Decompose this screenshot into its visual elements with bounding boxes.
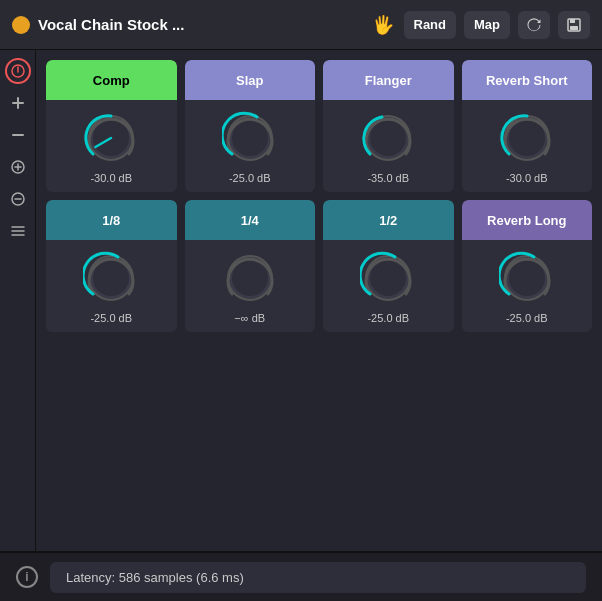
cell-header-flanger: Flanger xyxy=(323,60,454,100)
svg-rect-1 xyxy=(570,19,575,23)
cell-header-one-eighth: 1/8 xyxy=(46,200,177,240)
cell-comp: Comp -30.0 dB xyxy=(46,60,177,192)
power-button[interactable] xyxy=(5,58,31,84)
cell-body-slap: -25.0 dB xyxy=(185,100,316,192)
cell-body-one-eighth: -25.0 dB xyxy=(46,240,177,332)
knob-reverb-short-svg xyxy=(499,110,555,166)
knob-one-half-svg xyxy=(360,250,416,306)
cell-one-half: 1/2 -25.0 dB xyxy=(323,200,454,332)
db-label-reverb-long: -25.0 dB xyxy=(506,312,548,324)
refresh-button[interactable] xyxy=(518,11,550,39)
main-content: Comp -30.0 dB xyxy=(0,50,602,551)
power-icon xyxy=(10,63,26,79)
db-label-one-eighth: -25.0 dB xyxy=(90,312,132,324)
db-label-reverb-short: -30.0 dB xyxy=(506,172,548,184)
cell-body-flanger: -35.0 dB xyxy=(323,100,454,192)
cell-body-reverb-short: -30.0 dB xyxy=(462,100,593,192)
cell-header-one-half: 1/2 xyxy=(323,200,454,240)
minus-icon xyxy=(11,128,25,142)
cell-header-reverb-short: Reverb Short xyxy=(462,60,593,100)
knob-flanger[interactable] xyxy=(360,110,416,166)
cell-reverb-long: Reverb Long -25.0 dB xyxy=(462,200,593,332)
knob-comp-svg xyxy=(83,110,139,166)
list-icon xyxy=(10,224,26,238)
plus-circle-icon xyxy=(10,159,26,175)
cell-header-comp: Comp xyxy=(46,60,177,100)
knob-one-quarter[interactable] xyxy=(222,250,278,306)
svg-point-13 xyxy=(509,120,545,156)
db-label-flanger: -35.0 dB xyxy=(367,172,409,184)
knob-reverb-long-svg xyxy=(499,250,555,306)
knob-slap[interactable] xyxy=(222,110,278,166)
rand-button[interactable]: Rand xyxy=(404,11,457,39)
svg-rect-2 xyxy=(570,26,578,30)
info-button[interactable]: i xyxy=(16,566,38,588)
save-button[interactable] xyxy=(558,11,590,39)
knob-one-eighth-svg xyxy=(83,250,139,306)
cell-body-comp: -30.0 dB xyxy=(46,100,177,192)
db-label-one-half: -25.0 dB xyxy=(367,312,409,324)
list-button[interactable] xyxy=(5,218,31,244)
cell-header-one-quarter: 1/4 xyxy=(185,200,316,240)
cell-slap: Slap -25.0 dB xyxy=(185,60,316,192)
grid-area: Comp -30.0 dB xyxy=(36,50,602,551)
add-circle-button[interactable] xyxy=(5,154,31,180)
add-button[interactable] xyxy=(5,90,31,116)
knob-flanger-svg xyxy=(360,110,416,166)
save-icon xyxy=(566,17,582,33)
knob-one-quarter-svg xyxy=(222,250,278,306)
cell-body-reverb-long: -25.0 dB xyxy=(462,240,593,332)
grid-row-1: Comp -30.0 dB xyxy=(46,60,592,192)
svg-point-17 xyxy=(232,260,268,296)
cell-header-reverb-long: Reverb Long xyxy=(462,200,593,240)
app-container: Vocal Chain Stock ... 🖐 Rand Map xyxy=(0,0,602,601)
svg-point-19 xyxy=(370,260,406,296)
status-bar: i Latency: 586 samples (6.6 ms) xyxy=(0,551,602,601)
minus-circle-icon xyxy=(10,191,26,207)
preset-title: Vocal Chain Stock ... xyxy=(38,16,364,33)
knob-one-eighth[interactable] xyxy=(83,250,139,306)
title-bar: Vocal Chain Stock ... 🖐 Rand Map xyxy=(0,0,602,50)
hand-icon: 🖐 xyxy=(372,14,394,36)
knob-slap-svg xyxy=(222,110,278,166)
grid-row-2: 1/8 -25.0 dB xyxy=(46,200,592,332)
latency-display: Latency: 586 samples (6.6 ms) xyxy=(50,562,586,593)
svg-point-11 xyxy=(370,120,406,156)
cell-body-one-quarter: −∞ dB xyxy=(185,240,316,332)
db-label-slap: -25.0 dB xyxy=(229,172,271,184)
map-button[interactable]: Map xyxy=(464,11,510,39)
cell-header-slap: Slap xyxy=(185,60,316,100)
svg-point-9 xyxy=(232,120,268,156)
knob-reverb-long[interactable] xyxy=(499,250,555,306)
cell-one-quarter: 1/4 −∞ dB xyxy=(185,200,316,332)
knob-one-half[interactable] xyxy=(360,250,416,306)
cell-body-one-half: -25.0 dB xyxy=(323,240,454,332)
refresh-icon xyxy=(526,17,542,33)
minus-circle-button[interactable] xyxy=(5,186,31,212)
knob-reverb-short[interactable] xyxy=(499,110,555,166)
add-icon xyxy=(11,96,25,110)
left-sidebar xyxy=(0,50,36,551)
db-label-comp: -30.0 dB xyxy=(90,172,132,184)
cell-reverb-short: Reverb Short -30.0 dB xyxy=(462,60,593,192)
subtract-button[interactable] xyxy=(5,122,31,148)
db-label-one-quarter: −∞ dB xyxy=(234,312,265,324)
cell-flanger: Flanger -35.0 dB xyxy=(323,60,454,192)
svg-point-15 xyxy=(93,260,129,296)
cell-one-eighth: 1/8 -25.0 dB xyxy=(46,200,177,332)
knob-comp[interactable] xyxy=(83,110,139,166)
title-dot xyxy=(12,16,30,34)
svg-point-21 xyxy=(509,260,545,296)
